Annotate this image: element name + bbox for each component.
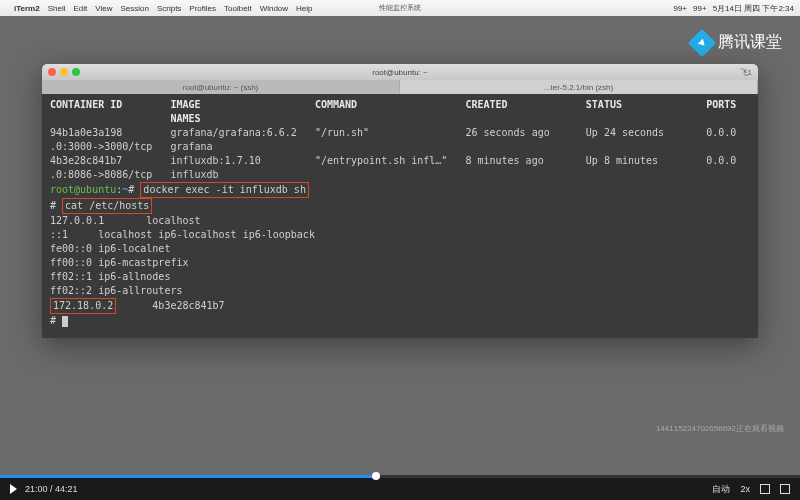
quality-button[interactable]: 自动: [712, 483, 730, 496]
minimize-icon[interactable]: [60, 68, 68, 76]
highlighted-command: docker exec -it influxdb sh: [140, 182, 309, 198]
close-icon[interactable]: [48, 68, 56, 76]
watermark-text: 腾讯课堂: [718, 32, 782, 53]
prompt-line: #: [50, 315, 68, 326]
menu-item[interactable]: Scripts: [157, 4, 181, 13]
clock: 5月14日 周四 下午2:34: [713, 3, 794, 14]
hosts-line: 127.0.0.1 localhost: [50, 214, 750, 228]
menu-item[interactable]: Session: [120, 4, 148, 13]
highlighted-ip: 172.18.0.2: [50, 298, 116, 314]
hosts-line: ff02::1 ip6-allnodes: [50, 270, 750, 284]
menubar-status: 99+ 99+ 5月14日 周四 下午2:34: [673, 3, 794, 14]
tencent-classroom-icon: [688, 28, 716, 56]
window-title: root@ubuntu: ~: [372, 68, 428, 77]
speed-button[interactable]: 2x: [740, 484, 750, 494]
hosts-line: ff00::0 ip6-mcastprefix: [50, 256, 750, 270]
maximize-icon[interactable]: [72, 68, 80, 76]
table-header: CONTAINER ID IMAGE COMMAND CREATED STATU…: [50, 99, 736, 110]
menu-item[interactable]: Profiles: [189, 4, 216, 13]
table-row: .0:8086->8086/tcp influxdb: [50, 168, 750, 182]
menu-item[interactable]: Shell: [48, 4, 66, 13]
hosts-line: ::1 localhost ip6-localhost ip6-loopback: [50, 228, 750, 242]
prompt-user: root@ubuntu: [50, 184, 116, 195]
tab-zsh[interactable]: ...ter-5.2.1/bin (zsh): [400, 80, 758, 94]
hosts-line: ff02::2 ip6-allrouters: [50, 284, 750, 298]
prompt-line: # cat /etc/hosts: [50, 200, 152, 211]
terminal-tabs: root@ubuntu: ~ (ssh) ...ter-5.2.1/bin (z…: [42, 80, 758, 94]
iterm2-window: root@ubuntu: ~ 飞1 root@ubuntu: ~ (ssh) .…: [42, 64, 758, 338]
menu-item[interactable]: Help: [296, 4, 312, 13]
tencent-classroom-watermark: 腾讯课堂: [692, 32, 782, 53]
macos-menubar: iTerm2 Shell Edit View Session Scripts P…: [0, 0, 800, 16]
app-name[interactable]: iTerm2: [14, 4, 40, 13]
play-icon[interactable]: [10, 484, 17, 494]
window-traffic-lights: [48, 68, 80, 76]
viewer-count-text: 144115224702656692正在观看视频: [656, 423, 784, 434]
table-row: 94b1a0e3a198 grafana/grafana:6.6.2 "/run…: [50, 126, 750, 140]
hosts-line: fe00::0 ip6-localnet: [50, 242, 750, 256]
prompt-line: root@ubuntu:~# docker exec -it influxdb …: [50, 184, 309, 195]
table-row: 4b3e28c841b7 influxdb:1.7.10 "/entrypoin…: [50, 154, 750, 168]
menu-item[interactable]: View: [95, 4, 112, 13]
fullscreen-icon[interactable]: [760, 484, 770, 494]
macos-desktop: iTerm2 Shell Edit View Session Scripts P…: [0, 0, 800, 478]
status-badge: 99+: [673, 4, 687, 13]
cursor: [62, 316, 68, 327]
window-corner-label: 飞1: [740, 67, 752, 78]
menu-item[interactable]: Toolbelt: [224, 4, 252, 13]
progress-fill: [0, 475, 376, 478]
tab-ssh[interactable]: root@ubuntu: ~ (ssh): [42, 80, 400, 94]
status-badge: 99+: [693, 4, 707, 13]
table-row: .0:3000->3000/tcp grafana: [50, 140, 750, 154]
progress-track[interactable]: [0, 475, 800, 478]
menu-item[interactable]: Window: [260, 4, 288, 13]
hosts-line: 172.18.0.2 4b3e28c841b7: [50, 300, 225, 311]
table-header: NAMES: [50, 113, 201, 124]
menu-item[interactable]: Edit: [73, 4, 87, 13]
highlighted-command: cat /etc/hosts: [62, 198, 152, 214]
window-titlebar[interactable]: root@ubuntu: ~ 飞1: [42, 64, 758, 80]
video-player-controls: 21:00 / 44:21 自动 2x: [0, 478, 800, 500]
time-display: 21:00 / 44:21: [25, 484, 78, 494]
terminal-output[interactable]: CONTAINER ID IMAGE COMMAND CREATED STATU…: [42, 94, 758, 338]
settings-icon[interactable]: [780, 484, 790, 494]
browser-tab-title: 性能监控系统: [379, 3, 421, 13]
